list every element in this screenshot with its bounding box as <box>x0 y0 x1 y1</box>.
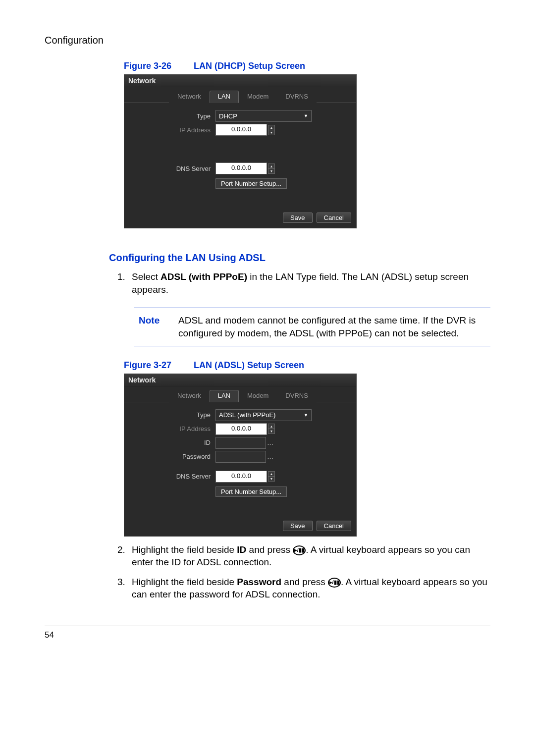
figure26-label: Figure 3-26 <box>124 61 171 71</box>
save-button[interactable]: Save <box>283 213 313 223</box>
chevron-down-icon: ▼ <box>304 113 308 118</box>
id-input[interactable] <box>215 437 266 449</box>
ip-label: IP Address <box>131 126 215 134</box>
tab-modem[interactable]: Modem <box>239 390 277 402</box>
play-pause-icon: ▸/▮▮ <box>293 545 306 555</box>
cancel-button[interactable]: Cancel <box>317 213 351 223</box>
window-title: Network <box>124 374 356 386</box>
step-3: Highlight the field beside Password and … <box>128 576 490 601</box>
step-2: Highlight the field beside ID and press … <box>128 543 490 569</box>
tab-bar: Network LAN Modem DVRNS <box>124 386 356 402</box>
ip-spinner[interactable]: ▲▼ <box>268 424 275 434</box>
figure27-label: Figure 3-27 <box>124 360 171 370</box>
note-block: Note ADSL and modem cannot be configured… <box>139 314 490 339</box>
figure27-title: LAN (ADSL) Setup Screen <box>194 360 304 370</box>
type-select[interactable]: ADSL (with PPPoE)▼ <box>215 409 312 421</box>
section-header: Configuration <box>45 35 490 46</box>
dns-label: DNS Server <box>131 165 215 172</box>
type-label: Type <box>131 112 215 120</box>
type-label: Type <box>131 411 215 419</box>
page-number: 54 <box>45 630 490 640</box>
figure26-screenshot: Network Network LAN Modem DVRNS Type DHC… <box>124 74 357 228</box>
save-button[interactable]: Save <box>283 521 313 531</box>
port-setup-button[interactable]: Port Number Setup... <box>215 178 287 189</box>
dns-input[interactable]: 0.0.0.0 <box>215 162 267 174</box>
tab-modem[interactable]: Modem <box>239 91 277 103</box>
tab-lan[interactable]: LAN <box>210 91 239 103</box>
step-1: Select ADSL (with PPPoE) in the LAN Type… <box>128 270 490 296</box>
chevron-down-icon: ▼ <box>304 413 308 418</box>
figure27-caption: Figure 3-27 LAN (ADSL) Setup Screen <box>124 360 490 371</box>
figure26-title: LAN (DHCP) Setup Screen <box>194 61 305 71</box>
dns-input[interactable]: 0.0.0.0 <box>215 471 267 483</box>
tab-dvrns[interactable]: DVRNS <box>277 390 317 402</box>
ip-spinner[interactable]: ▲▼ <box>268 125 275 135</box>
tab-lan[interactable]: LAN <box>210 390 239 402</box>
tab-dvrns[interactable]: DVRNS <box>277 91 317 103</box>
port-setup-button[interactable]: Port Number Setup... <box>215 486 287 497</box>
tab-network[interactable]: Network <box>169 91 210 103</box>
dns-label: DNS Server <box>131 473 215 480</box>
password-input[interactable] <box>215 451 266 463</box>
play-pause-icon: ▸/▮▮ <box>328 578 341 588</box>
figure27-screenshot: Network Network LAN Modem DVRNS Type ADS… <box>124 374 357 537</box>
cancel-button[interactable]: Cancel <box>317 521 351 531</box>
ip-input[interactable]: 0.0.0.0 <box>215 423 267 435</box>
subheading-adsl: Configuring the LAN Using ADSL <box>109 252 490 264</box>
dns-spinner[interactable]: ▲▼ <box>268 163 275 174</box>
dns-spinner[interactable]: ▲▼ <box>268 471 275 482</box>
ip-label: IP Address <box>131 425 215 432</box>
note-text: ADSL and modem cannot be configured at t… <box>178 314 490 339</box>
note-separator-top <box>134 308 490 308</box>
note-label: Note <box>139 314 178 339</box>
window-title: Network <box>124 75 356 87</box>
footer-separator <box>45 626 490 626</box>
figure26-caption: Figure 3-26 LAN (DHCP) Setup Screen <box>124 61 490 71</box>
tab-bar: Network LAN Modem DVRNS <box>124 87 356 103</box>
password-label: Password <box>131 453 215 460</box>
id-label: ID <box>131 439 215 446</box>
type-select[interactable]: DHCP▼ <box>215 110 312 122</box>
note-separator-bottom <box>134 346 490 346</box>
ellipsis-icon: … <box>267 453 273 460</box>
ip-input[interactable]: 0.0.0.0 <box>215 124 267 136</box>
ellipsis-icon: … <box>267 439 273 446</box>
tab-network[interactable]: Network <box>169 390 210 402</box>
